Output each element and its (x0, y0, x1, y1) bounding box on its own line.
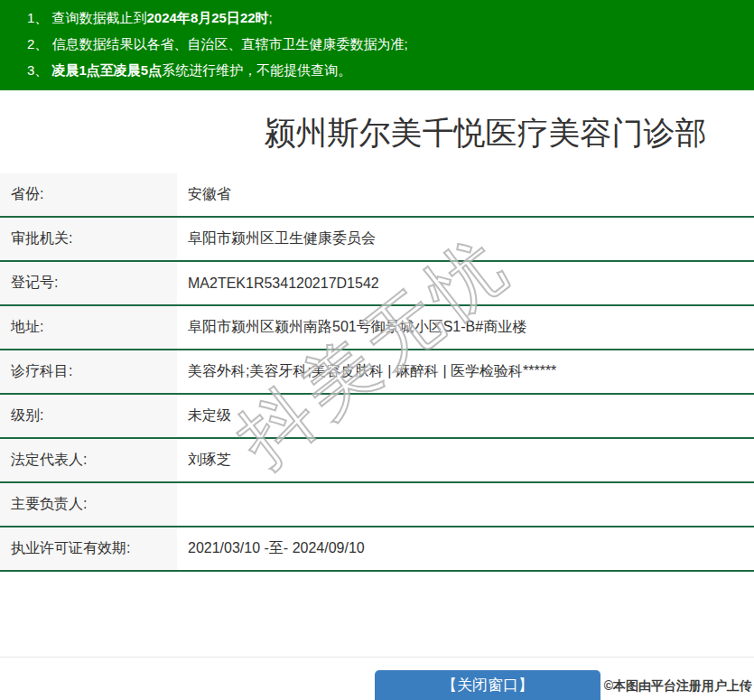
notice-text: 系统进行维护，不能提供查询。 (162, 62, 351, 78)
field-label: 审批机关: (0, 218, 177, 260)
field-value: 刘琢芝 (177, 439, 754, 481)
table-row-registration-number: 登记号: MA2TEK1R534120217D1542 (0, 262, 754, 306)
field-label: 登记号: (0, 262, 177, 304)
notice-banner: 1、 查询数据截止到2024年8月25日22时; 2、 信息数据结果以各省、自治… (0, 0, 754, 90)
close-window-button[interactable]: 【关闭窗口】 (375, 670, 600, 700)
table-row-province: 省份: 安徽省 (0, 173, 754, 218)
notice-text: 查询数据截止到 (52, 10, 147, 25)
table-row-level: 级别: 未定级 (0, 395, 754, 439)
copyright-badge: ©本图由平台注册用户上传 (604, 678, 752, 695)
notice-bold-text: 2024年8月25日22时 (147, 10, 269, 25)
notice-number: 3、 (27, 62, 52, 78)
table-row-address: 地址: 阜阳市颍州区颍州南路501号御景城小区S1-B#商业楼 (0, 306, 754, 350)
field-value: 未定级 (177, 395, 754, 437)
page-title: 颍州斯尔美千悦医疗美容门诊部 (108, 114, 754, 152)
field-value: 美容外科;美容牙科;美容皮肤科 | 麻醉科 | 医学检验科****** (177, 350, 754, 393)
field-value: 阜阳市颍州区卫生健康委员会 (177, 218, 754, 260)
field-label: 省份: (0, 173, 177, 216)
field-value: 安徽省 (177, 173, 754, 216)
field-label: 诊疗科目: (0, 350, 177, 393)
field-label: 地址: (0, 306, 177, 349)
info-table: 省份: 安徽省 审批机关: 阜阳市颍州区卫生健康委员会 登记号: MA2TEK1… (0, 173, 754, 572)
notice-line: 1、 查询数据截止到2024年8月25日22时; (27, 5, 745, 31)
notice-number: 1、 (27, 10, 52, 25)
table-row-legal-representative: 法定代表人: 刘琢芝 (0, 439, 754, 483)
field-label: 级别: (0, 395, 177, 437)
footer-divider (0, 657, 754, 658)
table-row-treatment-subjects: 诊疗科目: 美容外科;美容牙科;美容皮肤科 | 麻醉科 | 医学检验科*****… (0, 350, 754, 395)
table-row-principal: 主要负责人: (0, 483, 754, 527)
table-row-license-validity: 执业许可证有效期: 2021/03/10 -至- 2024/09/10 (0, 527, 754, 572)
field-value: 2021/03/10 -至- 2024/09/10 (177, 527, 754, 570)
notice-line: 2、 信息数据结果以各省、自治区、直辖市卫生健康委数据为准; (27, 31, 745, 57)
notice-number: 2、 (27, 36, 52, 51)
notice-text: 信息数据结果以各省、自治区、直辖市卫生健康委数据为准; (52, 36, 408, 51)
field-value: MA2TEK1R534120217D1542 (177, 262, 754, 304)
field-label: 主要负责人: (0, 483, 177, 526)
notice-text: ; (269, 10, 273, 25)
notice-line: 3、 凌晨1点至凌晨5点系统进行维护，不能提供查询。 (27, 57, 745, 83)
table-row-approval-authority: 审批机关: 阜阳市颍州区卫生健康委员会 (0, 218, 754, 262)
field-label: 法定代表人: (0, 439, 177, 481)
field-label: 执业许可证有效期: (0, 527, 177, 570)
field-value: 阜阳市颍州区颍州南路501号御景城小区S1-B#商业楼 (177, 306, 754, 349)
field-value (177, 483, 754, 526)
notice-bold-text: 凌晨1点至凌晨5点 (52, 62, 163, 78)
